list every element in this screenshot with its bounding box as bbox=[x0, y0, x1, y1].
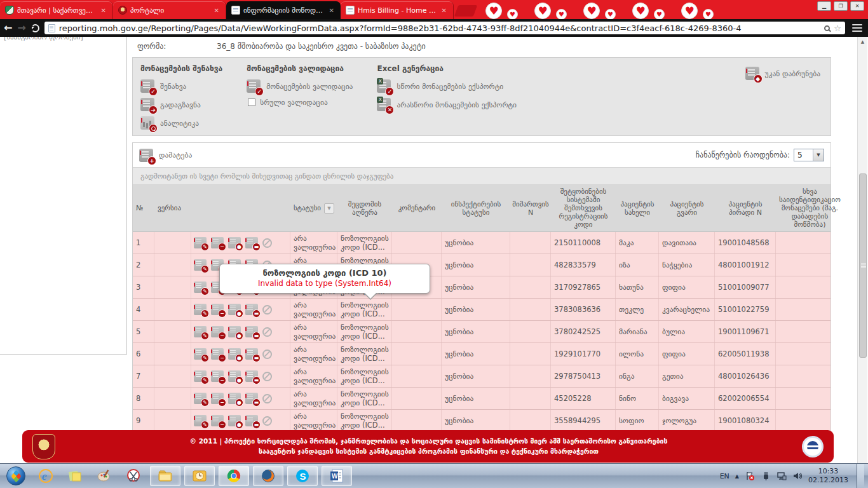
view-icon[interactable]: ● bbox=[228, 304, 241, 315]
minimize-button[interactable]: ▁ bbox=[817, 1, 831, 11]
header-referral[interactable]: მიმართვის N bbox=[510, 185, 551, 231]
zoom-search-icon[interactable] bbox=[824, 25, 830, 31]
taskbar-internet-explorer-icon[interactable]: e bbox=[33, 466, 58, 486]
tab-information-active[interactable]: ინფორმაციის მოწოდება ✕ bbox=[226, 1, 341, 19]
tab-close-icon[interactable]: ✕ bbox=[213, 7, 220, 14]
export-valid-button[interactable]: ✓ სწორი მონაცემების ექსპორტი bbox=[377, 79, 517, 93]
full-validation-checkbox[interactable] bbox=[248, 98, 255, 106]
view-icon[interactable]: ● bbox=[228, 237, 241, 248]
header-other-id[interactable]: სხვა საიდენტიფიკაციო მონაცემები (მაგ. და… bbox=[776, 185, 844, 231]
forward-icon[interactable]: → bbox=[17, 23, 25, 33]
taskbar-clock[interactable]: 10:33 02.12.2013 bbox=[808, 467, 848, 485]
delete-icon[interactable]: − bbox=[211, 393, 224, 404]
header-inspection[interactable]: ინსპექტირების სტატუსი bbox=[442, 185, 510, 231]
volume-icon[interactable] bbox=[792, 471, 803, 481]
taskbar-snipping-tool-icon[interactable] bbox=[121, 466, 146, 486]
edit-icon[interactable]: ✎ bbox=[194, 304, 207, 315]
add-record-button[interactable]: + დამატება bbox=[139, 149, 192, 162]
refresh-icon[interactable] bbox=[31, 24, 39, 32]
view-icon[interactable]: ● bbox=[228, 415, 241, 426]
remove-icon[interactable]: ▬ bbox=[245, 393, 258, 404]
network-icon[interactable] bbox=[776, 471, 787, 481]
header-number[interactable]: № bbox=[133, 185, 154, 231]
delete-icon[interactable]: − bbox=[211, 326, 224, 337]
tab-close-icon[interactable]: ✕ bbox=[328, 7, 336, 14]
edit-icon[interactable]: ✎ bbox=[194, 370, 207, 382]
delete-icon[interactable]: − bbox=[211, 370, 224, 382]
edit-icon[interactable]: ✎ bbox=[194, 237, 207, 248]
taskbar-firefox-icon[interactable] bbox=[253, 466, 283, 486]
taskbar-word-icon[interactable]: W bbox=[322, 466, 352, 486]
chrome-menu-icon[interactable] bbox=[850, 23, 864, 33]
url-text[interactable]: reporting.moh.gov.ge/Reporting/Pages/Dat… bbox=[59, 24, 821, 33]
status-filter-dropdown[interactable]: ▼ bbox=[324, 203, 334, 214]
edit-icon[interactable]: ✎ bbox=[194, 281, 207, 293]
scrollbar-thumb[interactable] bbox=[859, 173, 867, 358]
export-invalid-button[interactable]: ✕ არასწორი მონაცემების ექსპორტი bbox=[377, 98, 517, 111]
save-button[interactable]: ✓ შენახვა bbox=[140, 79, 222, 93]
remove-icon[interactable]: ▬ bbox=[245, 370, 258, 382]
tab-home[interactable]: მთავარი | საქართველო... ✕ bbox=[0, 1, 113, 19]
first-name-cell: თეკლე bbox=[616, 299, 659, 320]
delete-icon[interactable]: − bbox=[211, 348, 224, 360]
view-icon[interactable]: ● bbox=[228, 348, 241, 360]
records-count-select[interactable]: 5 ▼ bbox=[794, 149, 824, 161]
taskbar-explorer-icon[interactable] bbox=[150, 466, 180, 486]
header-first-name[interactable]: პაციენტის სახელი bbox=[616, 185, 659, 231]
view-icon[interactable]: ● bbox=[228, 326, 241, 337]
analytics-button[interactable]: ანალიტიკა bbox=[140, 116, 222, 130]
delete-icon[interactable]: − bbox=[211, 237, 224, 248]
view-icon[interactable]: ● bbox=[228, 370, 241, 382]
action-center-flag-icon[interactable] bbox=[745, 471, 755, 481]
edit-icon[interactable]: ✎ bbox=[194, 393, 207, 404]
new-tab-button[interactable] bbox=[454, 5, 478, 17]
delete-icon[interactable]: − bbox=[211, 415, 224, 426]
bookmark-star-icon[interactable]: ☆ bbox=[834, 24, 841, 33]
start-button[interactable] bbox=[6, 466, 25, 485]
header-personal-n[interactable]: პაციენტის პირადი N bbox=[715, 185, 776, 231]
taskbar-paint-icon[interactable] bbox=[92, 466, 117, 486]
edit-icon[interactable]: ✎ bbox=[194, 348, 207, 360]
disabled-icon bbox=[262, 349, 272, 359]
taskbar-outlook-icon[interactable] bbox=[184, 466, 215, 486]
header-error[interactable]: შეცდომის აღწერა bbox=[337, 185, 392, 231]
tab-close-icon[interactable]: ✕ bbox=[440, 7, 448, 14]
send-button[interactable]: ➔ გადაგზავნა bbox=[140, 98, 222, 111]
taskbar-chrome-icon[interactable] bbox=[219, 466, 249, 486]
disabled-icon bbox=[262, 416, 272, 426]
edit-icon[interactable]: ✎ bbox=[194, 326, 207, 337]
remove-icon[interactable]: ▬ bbox=[245, 237, 258, 248]
sidebar-item-forms[interactable]: [საანგარიშო ფორმები] bbox=[0, 37, 126, 41]
vertical-scrollbar[interactable]: ▲ bbox=[857, 37, 867, 463]
tab-close-icon[interactable]: ✕ bbox=[100, 7, 107, 14]
remove-icon[interactable]: ▬ bbox=[245, 348, 258, 360]
show-desktop-button[interactable] bbox=[857, 464, 864, 488]
edit-icon[interactable]: ✎ bbox=[194, 259, 207, 271]
chevron-down-icon[interactable]: ▼ bbox=[813, 149, 824, 161]
restore-button[interactable]: ❐ bbox=[834, 1, 848, 11]
validate-button[interactable]: ✓ მონაცემების ვალიდაცია bbox=[247, 79, 353, 93]
edit-icon[interactable]: ✎ bbox=[194, 415, 207, 426]
power-plug-icon[interactable] bbox=[761, 471, 771, 481]
remove-icon[interactable]: ▬ bbox=[245, 326, 258, 337]
header-reg-code[interactable]: შეტყობინების სისტემაში შემთხვევის რეგისტ… bbox=[551, 185, 616, 231]
back-icon[interactable]: ← bbox=[4, 23, 12, 33]
close-button[interactable]: ✕ bbox=[850, 1, 864, 11]
view-icon[interactable]: ● bbox=[228, 393, 241, 404]
scroll-up-icon[interactable]: ▲ bbox=[858, 37, 867, 47]
tab-portal[interactable]: პორტალი ✕ bbox=[113, 1, 226, 19]
taskbar-skype-icon[interactable]: S bbox=[287, 466, 318, 486]
header-version[interactable]: ვერსია bbox=[154, 185, 191, 231]
header-comment[interactable]: კომენტარი bbox=[392, 185, 442, 231]
delete-icon[interactable]: − bbox=[211, 304, 224, 315]
tab-hmis-billing[interactable]: Hmis Billing - Home Page ✕ bbox=[341, 1, 454, 19]
back-to-list-button[interactable]: ◆ უკან დაბრუნება bbox=[745, 67, 820, 80]
header-status[interactable]: სტატუსი ▼ bbox=[290, 185, 337, 231]
taskbar-sticky-notes-icon[interactable] bbox=[62, 466, 88, 486]
header-last-name[interactable]: პაციენტის გვარი bbox=[659, 185, 715, 231]
remove-icon[interactable]: ▬ bbox=[245, 415, 258, 426]
remove-icon[interactable]: ▬ bbox=[245, 304, 258, 315]
language-indicator[interactable]: EN bbox=[720, 472, 729, 480]
address-bar[interactable]: reporting.moh.gov.ge/Reporting/Pages/Dat… bbox=[44, 22, 845, 34]
tray-expand-icon[interactable]: ▲ bbox=[735, 473, 739, 479]
